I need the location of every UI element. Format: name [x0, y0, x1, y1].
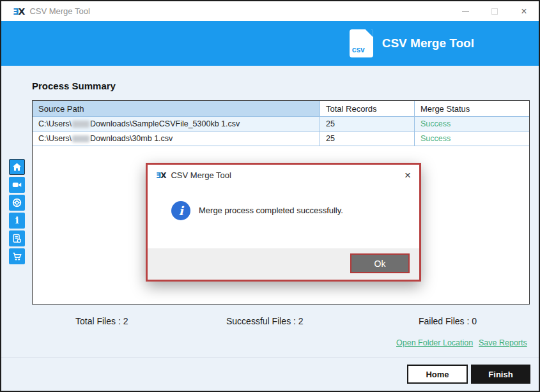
- support-icon: [12, 197, 22, 208]
- logo-x-glyph: X: [160, 171, 166, 180]
- sidebar: i: [9, 159, 25, 264]
- sidebar-item-info[interactable]: i: [9, 213, 25, 229]
- info-circle-icon: i: [171, 201, 190, 220]
- sidebar-item-license[interactable]: [9, 230, 25, 246]
- csv-icon-fold: [366, 29, 373, 37]
- sidebar-item-support[interactable]: [9, 195, 25, 211]
- sidebar-item-cart[interactable]: [9, 248, 25, 264]
- finish-button[interactable]: Finish: [471, 365, 530, 384]
- window-title: CSV Merge Tool: [29, 6, 89, 16]
- minimize-button[interactable]: [451, 1, 480, 21]
- path-prefix: C:\Users\: [38, 134, 72, 143]
- open-folder-location-link[interactable]: Open Folder Location: [396, 338, 473, 347]
- dialog-body: i Merge process completed successfully.: [148, 186, 419, 248]
- maximize-icon: [491, 8, 498, 15]
- redacted-username: [72, 135, 89, 142]
- logo-e-glyph: Ǝ: [13, 6, 19, 17]
- cart-icon: [12, 251, 22, 262]
- column-header-source-path[interactable]: Source Path: [33, 101, 320, 117]
- sidebar-item-video[interactable]: [9, 177, 25, 193]
- ok-button[interactable]: Ok: [350, 253, 410, 273]
- dialog-message: Merge process completed successfully.: [199, 206, 343, 215]
- close-button[interactable]: ×: [509, 1, 539, 21]
- total-records-cell: 25: [320, 132, 415, 146]
- app-banner: csv CSV Merge Tool: [1, 21, 539, 66]
- home-button[interactable]: Home: [407, 365, 468, 384]
- page-title: Process Summary: [32, 80, 116, 91]
- banner-app-name: CSV Merge Tool: [382, 36, 474, 50]
- failed-files-count: Failed Files : 0: [419, 316, 477, 326]
- maximize-button[interactable]: [480, 1, 509, 21]
- video-camera-icon: [12, 179, 22, 190]
- table-header-row: Source Path Total Records Merge Status: [33, 101, 529, 117]
- footer-divider: [1, 357, 539, 358]
- minimize-icon: [462, 11, 469, 11]
- redacted-username: [72, 121, 89, 128]
- path-suffix: Downloads\30mb 1.csv: [90, 134, 173, 143]
- path-prefix: C:\Users\: [38, 119, 72, 128]
- table-row[interactable]: C:\Users\Downloads\30mb 1.csv 25 Success: [33, 132, 529, 146]
- app-window: ƎX CSV Merge Tool × csv CSV Merge Tool P…: [0, 0, 540, 392]
- total-files-count: Total Files : 2: [75, 316, 128, 326]
- title-bar: ƎX CSV Merge Tool ×: [1, 1, 539, 21]
- csv-icon-label: csv: [352, 45, 365, 54]
- csv-file-icon: csv: [350, 29, 373, 57]
- dialog-close-icon[interactable]: ×: [405, 170, 411, 181]
- merge-status-cell: Success: [415, 117, 529, 132]
- license-icon: [12, 233, 22, 244]
- source-path-cell: C:\Users\Downloads\30mb 1.csv: [33, 132, 320, 146]
- sidebar-item-home[interactable]: [9, 159, 25, 175]
- source-path-cell: C:\Users\Downloads\SampleCSVFile_5300kb …: [33, 117, 320, 132]
- merge-status-cell: Success: [415, 132, 529, 146]
- home-icon: [12, 162, 22, 172]
- column-header-merge-status[interactable]: Merge Status: [415, 101, 529, 117]
- dialog-title: CSV Merge Tool: [171, 170, 231, 180]
- column-header-total-records[interactable]: Total Records: [320, 101, 415, 117]
- banner-brand: csv CSV Merge Tool: [350, 21, 474, 66]
- dialog-logo-icon: ƎX: [156, 171, 166, 180]
- successful-files-count: Successful Files : 2: [226, 316, 304, 326]
- window-controls: ×: [451, 1, 539, 21]
- path-suffix: Downloads\SampleCSVFile_5300kb 1.csv: [90, 119, 240, 128]
- dialog-footer: Ok: [148, 248, 419, 280]
- total-records-cell: 25: [320, 117, 415, 132]
- info-icon: i: [15, 216, 19, 225]
- save-reports-link[interactable]: Save Reports: [479, 338, 527, 347]
- table-row[interactable]: C:\Users\Downloads\SampleCSVFile_5300kb …: [33, 117, 529, 132]
- dialog-title-bar: ƎX CSV Merge Tool ×: [148, 165, 419, 186]
- close-icon: ×: [521, 6, 527, 17]
- logo-x-glyph: X: [19, 6, 25, 17]
- message-dialog: ƎX CSV Merge Tool × i Merge process comp…: [146, 163, 421, 282]
- app-logo-icon: ƎX: [13, 6, 24, 17]
